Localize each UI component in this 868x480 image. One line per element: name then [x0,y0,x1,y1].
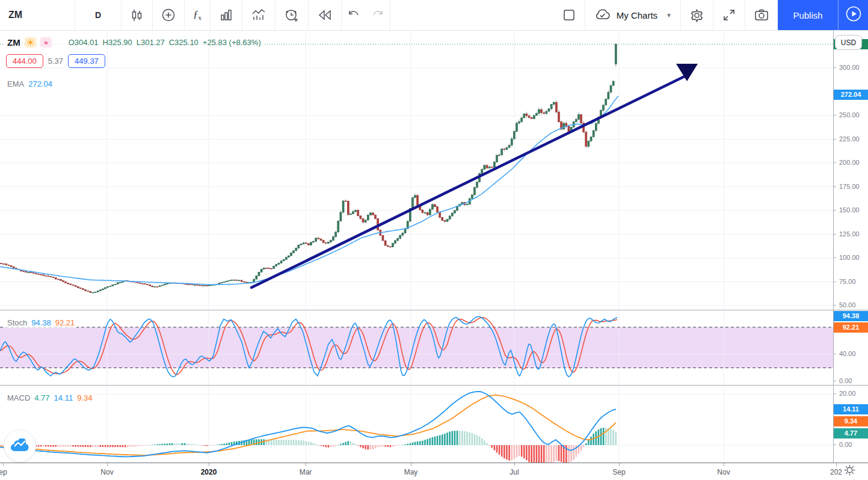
pane-separator[interactable] [0,385,868,386]
tradingview-logo[interactable] [4,429,36,462]
axis-price-pill: 94.38 [834,311,868,321]
ema-legend[interactable]: EMA 272.04 [5,79,55,89]
price-tick-label: 50.00 [834,301,868,309]
replay-button[interactable] [309,0,341,30]
order-upper-price[interactable]: 449.37 [68,54,105,68]
price-axis-border [833,31,834,463]
main-legend: ZM ≈ O304.01 H325.90 L301.27 C325.10 +25… [5,37,263,48]
interval-button[interactable]: D [75,0,121,30]
screenshot-button[interactable] [745,0,778,30]
order-lower-price[interactable]: 444.00 [6,54,43,68]
alarm-clock-plus-icon [284,7,300,23]
price-tick-label: 200.00 [834,159,868,166]
axis-price-pill: 9.34 [834,416,868,426]
stoch-d-value: 92.21 [55,318,75,327]
rewind-icon [317,8,333,22]
legend-close: C325.10 [169,38,199,47]
price-pane[interactable] [0,31,833,310]
stoch-k-value: 94.38 [31,318,51,327]
axis-price-pill: 14.11 [834,404,868,414]
redo-icon [371,8,385,22]
indicator-templates-button[interactable] [211,0,242,30]
top-toolbar: ZM D ƒx My Charts ▼ [0,0,868,31]
time-tick-label: Jul [509,468,519,476]
price-tick-label: 300.00 [834,64,868,71]
stoch-tick-label: 0.00 [834,377,868,384]
currency-label: USD [841,38,856,47]
time-tick [306,463,306,466]
axis-price-pill: 4.77 [834,428,868,438]
macd-pane[interactable] [0,386,833,463]
order-quantity: 5.37 [48,57,63,66]
my-charts-button[interactable]: My Charts ▼ [585,0,680,30]
price-tick-label: 250.00 [834,111,868,118]
indicators-button[interactable]: ƒx [185,0,210,30]
legend-open: O304.01 [69,38,99,47]
plus-circle-icon [161,8,176,22]
pane-separator[interactable] [0,310,868,310]
fx-icon: ƒx [193,8,202,21]
gear-icon [689,8,704,23]
ema-line [0,96,618,285]
stoch-label: Stoch [7,318,27,327]
time-tick [3,463,4,466]
legend-symbol[interactable]: ZM [7,37,20,48]
bar-chart-icon [219,8,233,22]
stoch-legend[interactable]: Stoch 94.38 92.21 [5,318,77,328]
stoch-pane[interactable] [0,310,833,385]
time-tick [411,463,411,466]
time-tick-label: Nov [717,468,730,476]
time-tick [107,463,108,466]
publish-button[interactable]: Publish [778,0,838,30]
time-tick-label: ep [0,468,7,476]
extended-hours-icon: ≈ [40,37,52,48]
chevron-down-icon: ▼ [666,12,672,19]
macd-value: 14.11 [54,393,73,402]
candlestick-icon [130,8,144,22]
chart-settings-button[interactable] [681,0,713,30]
price-tick-label: 100.00 [834,254,868,261]
camera-icon [754,8,769,22]
divider [390,0,390,30]
price-tick-label: 150.00 [834,206,868,214]
macd-legend[interactable]: MACD 4.77 14.11 9.34 [5,393,94,403]
price-axis[interactable]: USD 300.00250.00225.00200.00175.00150.00… [834,31,868,463]
axis-price-pill: 272.04 [834,90,868,100]
time-tick [724,463,724,466]
layout-button[interactable] [553,0,585,30]
fullscreen-icon [722,8,736,22]
price-tick-label: 125.00 [834,230,868,238]
time-tick [619,463,620,466]
symbol-search-button[interactable]: ZM [0,0,75,30]
time-tick-label: 202 [830,468,842,476]
currency-button[interactable]: USD [835,35,862,50]
compare-button[interactable] [153,0,184,30]
time-axis[interactable]: epNov2020MarMayJulSepNov202 [0,463,868,480]
time-tick [514,463,515,466]
redo-button[interactable] [366,0,390,30]
chart-type-button[interactable] [122,0,152,30]
fullscreen-button[interactable] [713,0,745,30]
price-tick-label: 75.00 [834,278,868,285]
undo-button[interactable] [342,0,366,30]
publish-label: Publish [793,10,822,20]
publish-menu-button[interactable] [838,0,868,30]
macd-tick-label: 0.00 [834,441,868,448]
legend-high: H325.90 [103,38,132,47]
axis-price-pill: 92.21 [834,322,868,333]
candles [1,43,617,293]
sun-session-icon [25,37,36,48]
undo-icon [346,8,361,22]
ema-value: 272.04 [28,79,52,88]
price-tick-label: 225.00 [834,135,868,143]
axis-settings-gear-icon[interactable] [844,464,855,478]
time-tick-label: Nov [100,468,113,476]
wave-chart-icon [251,8,266,22]
time-tick [209,463,209,466]
patterns-button[interactable] [242,0,275,30]
symbol-label: ZM [8,10,22,20]
macd-label: MACD [7,393,30,402]
macd-tick-label: 20.00 [834,390,868,397]
alert-button[interactable] [275,0,308,30]
play-circle-icon [845,5,862,25]
